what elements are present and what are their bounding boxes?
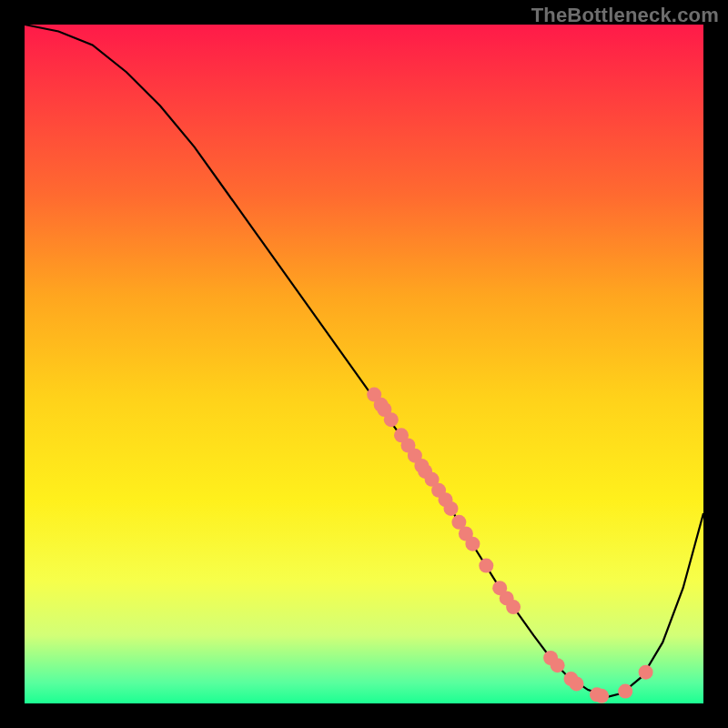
data-point xyxy=(594,689,609,703)
data-point xyxy=(384,412,399,427)
data-point xyxy=(570,676,584,691)
data-point xyxy=(639,665,653,680)
data-point xyxy=(618,684,632,699)
watermark-text: TheBottleneck.com xyxy=(531,4,719,27)
scatter-group xyxy=(367,388,652,703)
data-point xyxy=(465,537,480,551)
data-point xyxy=(479,559,493,573)
chart-svg xyxy=(25,25,703,703)
data-point xyxy=(551,658,565,672)
bottleneck-curve xyxy=(25,25,703,697)
data-point xyxy=(444,501,459,516)
data-point xyxy=(506,600,521,614)
